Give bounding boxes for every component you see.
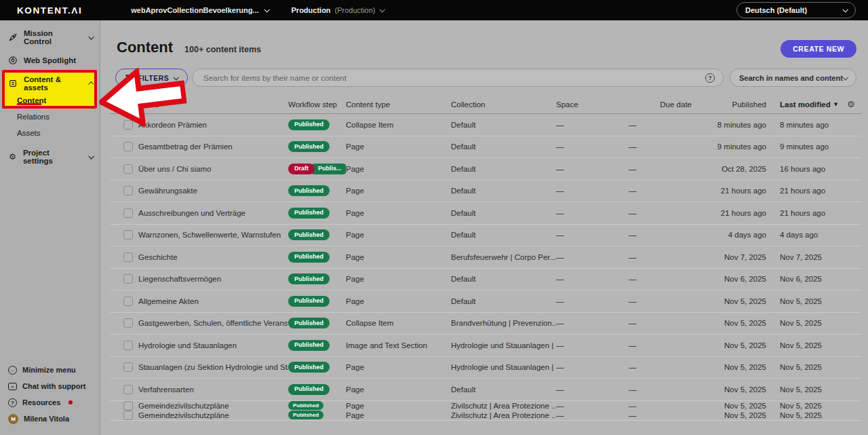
item-name[interactable]: Gemeindezivilschutzpläne — [138, 402, 288, 410]
table-row[interactable]: Allgemeine AktenPublishedPageDefault——No… — [110, 290, 861, 313]
app-window: KONTENT.ΛI webAprovCollectionBevoelkerun… — [0, 0, 868, 435]
help-icon[interactable]: ? — [705, 73, 715, 83]
content-type-cell: Collapse Item — [346, 121, 451, 129]
row-checkbox[interactable] — [123, 401, 133, 411]
row-checkbox[interactable] — [123, 230, 133, 240]
item-name[interactable]: Geschichte — [138, 253, 288, 261]
item-name[interactable]: Gastgewerben, Schulen, öffentliche Veran… — [138, 319, 288, 327]
table-row[interactable]: Hydrologie und StauanlagenPublishedImage… — [110, 335, 861, 357]
column-settings-gear-icon[interactable]: ⚙ — [847, 99, 855, 109]
workflow-badge: Published — [288, 208, 330, 219]
column-header-due-date[interactable]: Due date — [629, 100, 692, 109]
chevron-down-icon — [89, 153, 94, 159]
workflow-step-cell: Published — [288, 252, 346, 263]
table-row[interactable]: Ausschreibungen und VerträgePublishedPag… — [110, 202, 861, 225]
project-switcher[interactable]: webAprovCollectionBevoelkerung... — [131, 6, 268, 14]
footer-item-label: Minimize menu — [22, 366, 76, 374]
table-row[interactable]: Warnzonen, Schwellenwerte, WarnstufenPub… — [110, 225, 861, 247]
row-checkbox[interactable] — [123, 164, 133, 174]
item-name[interactable]: Gewährungsakte — [138, 187, 288, 195]
row-checkbox[interactable] — [123, 362, 133, 372]
table-row[interactable]: GemeindezivilschutzplänePublishedPageZiv… — [110, 411, 861, 421]
sidebar-item-label: Mission Control — [24, 29, 77, 45]
sidebar-item-content[interactable]: Content — [0, 92, 100, 109]
search-scope-dropdown[interactable]: Search in names and content — [730, 69, 856, 87]
item-name[interactable]: Über uns / Chi siamo — [138, 165, 288, 173]
sidebar-item-web-spotlight[interactable]: Web Spotlight — [0, 52, 100, 69]
table-header: Name Workflow step Content type Collecti… — [110, 95, 861, 114]
resources-button[interactable]: ? Resources — [0, 394, 100, 411]
item-name[interactable]: Liegenschaftsvermögen — [138, 275, 288, 283]
user-menu[interactable]: M Milena Vitola — [0, 411, 100, 427]
table-row[interactable]: Über uns / Chi siamoDraftPublis...PageDe… — [110, 158, 861, 181]
item-name[interactable]: Stauanlagen (zu Sektion Hydrologie und S… — [138, 363, 288, 371]
minimize-menu-button[interactable]: ← Minimize menu — [0, 362, 100, 378]
due-date-cell: — — [629, 275, 692, 283]
published-cell: Nov 5, 2025 — [692, 402, 766, 410]
table-row[interactable]: Akkordeon PrämienPublishedCollapse ItemD… — [110, 114, 861, 136]
row-checkbox[interactable] — [123, 208, 133, 218]
kontent-ai-logo: KONTENT.ΛI — [17, 5, 82, 16]
table-row[interactable]: GemeindezivilschutzplänePublishedPageZiv… — [110, 401, 861, 411]
workflow-badge: Published — [288, 141, 330, 152]
sidebar-item-assets[interactable]: Assets — [0, 125, 100, 141]
column-header-last-modified[interactable]: Last modified ▼ — [780, 100, 837, 109]
column-header-workflow-step[interactable]: Workflow step — [288, 100, 346, 109]
item-name[interactable]: Warnzonen, Schwellenwerte, Warnstufen — [138, 231, 288, 239]
table-row[interactable]: GeschichtePublishedPageBerufsfeuerwehr |… — [110, 246, 861, 269]
row-checkbox[interactable] — [123, 274, 133, 284]
table-row[interactable]: GewährungsaktePublishedPageDefault——21 h… — [110, 181, 861, 203]
row-checkbox[interactable] — [123, 385, 133, 394]
published-cell: 4 days ago — [692, 231, 766, 239]
row-checkbox[interactable] — [123, 411, 133, 420]
collection-cell: Default — [451, 275, 556, 283]
item-name[interactable]: Hydrologie und Stauanlagen — [138, 341, 288, 349]
table-row[interactable]: Stauanlagen (zu Sektion Hydrologie und S… — [110, 357, 861, 379]
row-checkbox[interactable] — [123, 297, 133, 306]
content-type-cell: Page — [346, 297, 451, 305]
workflow-badge: Published — [288, 318, 330, 328]
sidebar-item-project-settings[interactable]: ⚙ Project settings — [0, 148, 100, 166]
published-cell: Nov 5, 2025 — [692, 319, 766, 327]
environment-switcher[interactable]: Production (Production) — [292, 6, 384, 14]
column-header-published[interactable]: Published — [692, 100, 766, 109]
row-checkbox[interactable] — [123, 186, 133, 195]
workflow-badge: Published — [288, 411, 323, 419]
project-name: webAprovCollectionBevoelkerung... — [131, 6, 258, 14]
item-name[interactable]: Allgemeine Akten — [138, 297, 288, 305]
last-modified-cell: Nov 5, 2025 — [780, 411, 837, 419]
item-name[interactable]: Gemeindezivilschutzpläne — [138, 411, 288, 419]
table-row[interactable]: Gesamtbetrag der PrämienPublishedPageDef… — [110, 136, 861, 159]
item-name[interactable]: Ausschreibungen und Verträge — [138, 209, 288, 217]
table-row[interactable]: LiegenschaftsvermögenPublishedPageDefaul… — [110, 269, 861, 291]
top-bar: KONTENT.ΛI webAprovCollectionBevoelkerun… — [0, 0, 868, 20]
create-new-button[interactable]: CREATE NEW — [781, 40, 856, 58]
row-checkbox[interactable] — [123, 341, 133, 350]
sidebar-item-mission-control[interactable]: Mission Control — [0, 29, 100, 46]
column-header-content-type[interactable]: Content type — [346, 100, 451, 109]
due-date-cell: — — [629, 402, 692, 410]
table-row[interactable]: VerfahrensartenPublishedPageDefault——Nov… — [110, 379, 861, 401]
workflow-step-cell: Published — [288, 318, 346, 328]
collection-cell: Zivilschutz | Area Protezione ... — [451, 411, 556, 419]
item-name[interactable]: Gesamtbetrag der Prämien — [138, 143, 288, 151]
workflow-step-cell: Published — [288, 340, 346, 351]
row-checkbox[interactable] — [123, 318, 133, 328]
workflow-step-cell: Published — [288, 362, 346, 373]
published-cell: Nov 5, 2025 — [692, 385, 766, 394]
row-checkbox[interactable] — [123, 252, 133, 262]
language-selector[interactable]: Deutsch (Default) — [736, 2, 856, 18]
item-name[interactable]: Verfahrensarten — [138, 385, 288, 394]
workflow-badge: Published — [288, 296, 330, 307]
search-input[interactable] — [192, 69, 724, 87]
row-checkbox[interactable] — [123, 142, 133, 151]
sidebar-item-relations[interactable]: Relations — [0, 109, 100, 125]
sidebar-item-content-assets[interactable]: Content & assets — [0, 75, 100, 92]
column-header-collection[interactable]: Collection — [451, 100, 556, 109]
workflow-badge: Published — [288, 185, 330, 196]
chat-with-support-button[interactable]: ⌄ Chat with support — [0, 378, 100, 394]
table-row[interactable]: Gastgewerben, Schulen, öffentliche Veran… — [110, 313, 861, 335]
published-cell: 9 minutes ago — [692, 143, 766, 151]
column-header-space[interactable]: Space — [556, 100, 629, 109]
chevron-down-icon — [264, 7, 269, 12]
